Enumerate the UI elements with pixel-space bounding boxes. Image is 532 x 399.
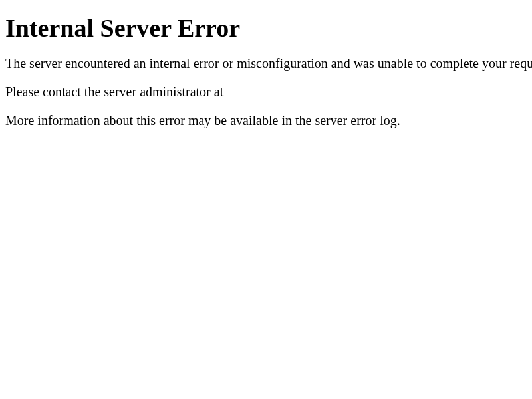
error-message-1: The server encountered an internal error… — [5, 56, 532, 71]
error-title: Internal Server Error — [5, 13, 532, 43]
error-message-2: Please contact the server administrator … — [5, 84, 532, 100]
error-message-3: More information about this error may be… — [5, 113, 532, 128]
